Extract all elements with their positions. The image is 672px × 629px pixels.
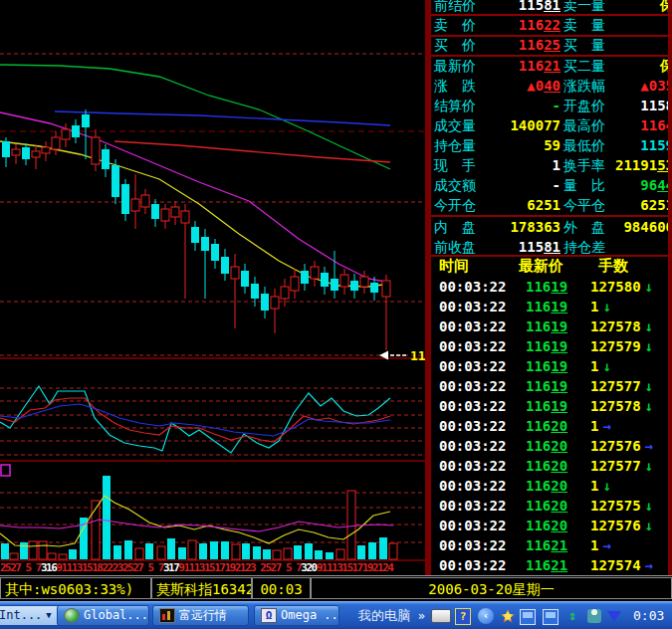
tape-volume: 127580↓ [590, 277, 653, 297]
arrow-right-icon: → [598, 418, 610, 434]
quote-label: 量 比 [563, 176, 605, 195]
tape-row: 00:03:2211619127580↓ [431, 277, 672, 297]
tape-row: 00:03:22116191↓ [431, 356, 672, 376]
arrow-right-icon: → [641, 438, 653, 454]
tape-volume: 127576→ [590, 436, 653, 456]
keyboard-icon[interactable] [431, 609, 451, 623]
my-computer-label: 我的电脑 [358, 608, 410, 623]
tape-row: 00:03:22116201→ [431, 416, 672, 436]
help-icon[interactable]: ? [455, 608, 471, 625]
quote-label: 卖一量 [563, 0, 605, 15]
taskbar-button-label: Int... [0, 605, 42, 626]
tape-col-price: 最新价 [519, 257, 563, 276]
x-axis-date-labels: 2527 5 731691113151822232527 5 731791113… [0, 561, 426, 575]
tray-triangle-icon[interactable] [607, 611, 621, 622]
tape-volume: 127578↓ [590, 316, 653, 336]
tray-network-icon[interactable] [543, 609, 559, 625]
tape-volume: 127579↓ [590, 336, 653, 356]
arrow-down-icon: ↓ [641, 458, 653, 474]
quote-value: 11621 [459, 57, 560, 76]
status-time: 00:03 [252, 577, 311, 599]
tape-time: 00:03:22 [439, 396, 506, 416]
tape-time: 00:03:22 [439, 535, 506, 555]
tape-price: 11619 [526, 376, 567, 396]
quote-row: 持仓量59最低价1159 [431, 136, 672, 155]
quote-value: 11581 [459, 0, 560, 15]
tape-row: 00:03:2211620127577↓ [431, 456, 672, 476]
quote-value: 59 [459, 136, 560, 155]
quote-value: 11622 [459, 16, 560, 35]
chevron-icon: » [418, 609, 425, 623]
svg-text:1154: 1154 [410, 348, 426, 363]
quote-label: 最低价 [563, 136, 605, 155]
tape-volume: 1→ [590, 416, 611, 436]
quote-row: 现 手1换手率2119153 [431, 156, 672, 175]
taskbar-button-fuyuan[interactable]: 富远行情 [152, 605, 249, 626]
quote-row: 今开仓6251今平仓6251 [431, 196, 672, 215]
taskbar-button-label: Global... [84, 605, 148, 626]
arrow-right-icon: → [598, 537, 610, 553]
tape-time: 00:03:22 [439, 555, 506, 575]
quote-value: 1158 [606, 97, 672, 115]
arrow-down-icon: ↓ [598, 358, 610, 374]
quote-value: 6251 [459, 196, 560, 215]
tape-time: 00:03:22 [439, 376, 506, 396]
taskbar: Int... ▼ Global... 富远行情 Ω Omega ... 我的电脑… [0, 601, 672, 629]
tape-volume: 127574→ [590, 555, 653, 575]
tape-price: 11620 [526, 496, 567, 516]
quote-row: 结算价-开盘价1158 [431, 97, 672, 115]
tape-time: 00:03:22 [439, 516, 506, 535]
tray-messenger-icon[interactable] [587, 609, 601, 623]
quote-value: 1164 [606, 116, 672, 135]
axis-month-label: 316 [41, 561, 56, 574]
tape-price: 11619 [526, 277, 567, 297]
tape-volume: 127577↓ [590, 456, 653, 476]
arrow-down-icon: ↓ [641, 498, 653, 514]
quote-value: 1 [459, 156, 560, 175]
tape-price: 11619 [526, 396, 567, 416]
arrow-down-icon: ↓ [598, 478, 610, 494]
chart-area[interactable]: 1154 2527 5 731691113151822232527 5 7317… [0, 0, 426, 575]
tape-price: 11620 [526, 516, 567, 535]
arrow-down-icon: ↓ [641, 398, 653, 414]
quote-row: 卖 价11622卖 量 [431, 16, 672, 35]
tray-updown-icon[interactable]: ⇕ [565, 609, 579, 623]
tape-row: 00:03:2211620127576↓ [431, 516, 672, 535]
quote-value: 178363 [459, 218, 560, 237]
quote-row: 买 价11625买 量 [431, 36, 672, 55]
axis-day-labels: 2527 5 7 [0, 561, 41, 574]
quote-row: 涨 跌▲040涨跌幅▲035 [431, 77, 672, 96]
tape-header: 时间 最新价 手数 [431, 257, 672, 276]
separator [431, 55, 672, 57]
tray-star-icon[interactable] [501, 609, 515, 623]
tape-col-time: 时间 [439, 257, 469, 276]
quote-label: 开盘价 [563, 97, 605, 115]
tray-collapse-icon[interactable]: ‹ [478, 608, 494, 624]
tape-time: 00:03:22 [439, 316, 506, 336]
tape-price: 11621 [526, 535, 567, 555]
status-indicator: 其中:ws0603:33%) [0, 577, 151, 599]
tape-price: 11620 [526, 456, 567, 476]
taskbar-button-label: 富远行情 [179, 605, 227, 626]
quote-row: 成交额-量 比9644 [431, 176, 672, 195]
separator [431, 35, 672, 37]
tape-row: 00:03:2211620127576→ [431, 436, 672, 456]
tape-row: 00:03:2211619127578↓ [431, 396, 672, 416]
taskbar-button-global[interactable]: Global... [57, 605, 149, 626]
tape-time: 00:03:22 [439, 416, 506, 436]
tape-row: 00:03:2211619127577↓ [431, 376, 672, 396]
quote-row: 成交量140077最高价1164 [431, 116, 672, 135]
quote-label: 换手率 [563, 156, 605, 175]
quote-label: 外 盘 [563, 218, 605, 237]
axis-day-labels: 911131517192124 [317, 561, 393, 574]
arrow-down-icon: ↓ [641, 338, 653, 354]
tape-time: 00:03:22 [439, 297, 506, 316]
arrow-down-icon: ↓ [641, 318, 653, 334]
tray-network-icon[interactable] [520, 609, 536, 625]
tape-volume: 1↓ [590, 297, 611, 316]
axis-month-label: 320 [301, 561, 316, 574]
taskbar-button-omega[interactable]: Ω Omega ... [254, 605, 339, 626]
my-computer-toolbar[interactable]: 我的电脑 » [358, 602, 425, 629]
tape-time: 00:03:22 [439, 336, 506, 356]
quote-value: ▲040 [459, 77, 560, 96]
